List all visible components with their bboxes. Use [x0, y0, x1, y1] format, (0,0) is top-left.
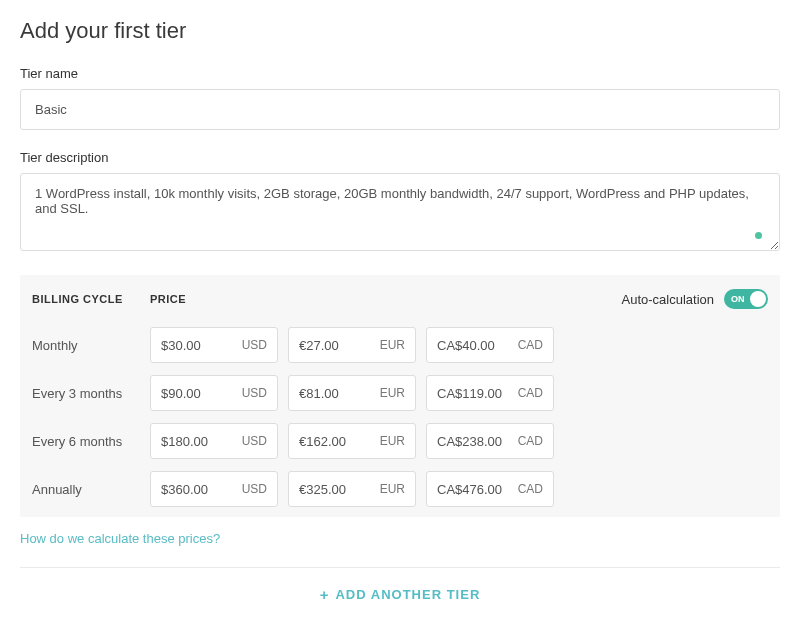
currency-label-cad: CAD [518, 386, 543, 400]
billing-cycle-header: BILLING CYCLE [32, 293, 150, 305]
currency-label-usd: USD [242, 434, 267, 448]
price-usd-input[interactable] [161, 386, 236, 401]
toggle-knob-icon [750, 291, 766, 307]
price-usd-input[interactable] [161, 434, 236, 449]
price-cad-input[interactable] [437, 434, 512, 449]
price-cad: CAD [426, 375, 554, 411]
currency-label-eur: EUR [380, 338, 405, 352]
currency-label-cad: CAD [518, 338, 543, 352]
price-cad-input[interactable] [437, 338, 512, 353]
price-usd: USD [150, 327, 278, 363]
add-another-tier-button[interactable]: + ADD ANOTHER TIER [320, 587, 481, 602]
price-usd: USD [150, 471, 278, 507]
price-eur: EUR [288, 375, 416, 411]
price-usd: USD [150, 423, 278, 459]
currency-label-usd: USD [242, 338, 267, 352]
tier-name-label: Tier name [20, 66, 780, 81]
price-eur: EUR [288, 423, 416, 459]
page-title: Add your first tier [20, 18, 780, 44]
tier-description-label: Tier description [20, 150, 780, 165]
currency-label-eur: EUR [380, 386, 405, 400]
price-row: Monthly USD EUR CAD [28, 321, 772, 369]
currency-label-cad: CAD [518, 482, 543, 496]
price-header: PRICE [150, 293, 186, 305]
price-eur-input[interactable] [299, 386, 374, 401]
tier-name-input[interactable] [20, 89, 780, 130]
currency-label-eur: EUR [380, 434, 405, 448]
billing-cycle-label: Annually [32, 482, 150, 497]
price-cad: CAD [426, 327, 554, 363]
price-cad: CAD [426, 471, 554, 507]
currency-label-usd: USD [242, 386, 267, 400]
currency-label-cad: CAD [518, 434, 543, 448]
price-row: Every 6 months USD EUR CAD [28, 417, 772, 465]
price-cad-input[interactable] [437, 386, 512, 401]
currency-label-eur: EUR [380, 482, 405, 496]
billing-cycle-label: Every 6 months [32, 434, 150, 449]
currency-label-usd: USD [242, 482, 267, 496]
grammarly-indicator-icon [755, 232, 762, 239]
price-eur: EUR [288, 327, 416, 363]
auto-calculation-toggle[interactable]: ON [724, 289, 768, 309]
toggle-state-text: ON [731, 294, 745, 304]
price-eur-input[interactable] [299, 434, 374, 449]
price-row: Every 3 months USD EUR CAD [28, 369, 772, 417]
price-usd-input[interactable] [161, 338, 236, 353]
price-eur-input[interactable] [299, 482, 374, 497]
price-usd: USD [150, 375, 278, 411]
pricing-table: BILLING CYCLE PRICE Auto-calculation ON … [20, 275, 780, 517]
auto-calculation-label: Auto-calculation [622, 292, 715, 307]
plus-icon: + [320, 587, 330, 602]
price-eur-input[interactable] [299, 338, 374, 353]
tier-description-input[interactable] [20, 173, 780, 251]
billing-cycle-label: Every 3 months [32, 386, 150, 401]
price-row: Annually USD EUR CAD [28, 465, 772, 513]
billing-cycle-label: Monthly [32, 338, 150, 353]
price-cad-input[interactable] [437, 482, 512, 497]
price-usd-input[interactable] [161, 482, 236, 497]
price-eur: EUR [288, 471, 416, 507]
price-cad: CAD [426, 423, 554, 459]
help-link-calculate-prices[interactable]: How do we calculate these prices? [20, 531, 220, 546]
add-another-tier-label: ADD ANOTHER TIER [335, 587, 480, 602]
